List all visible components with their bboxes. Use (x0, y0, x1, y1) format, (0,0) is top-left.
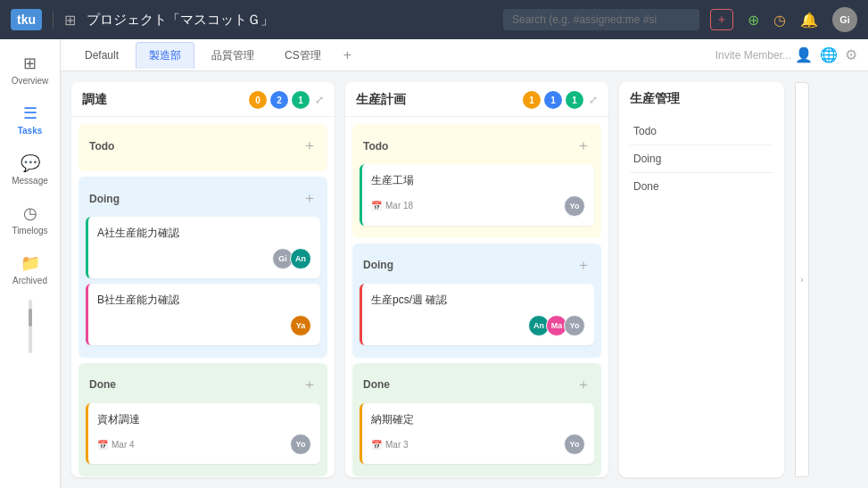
column-seisan-keikaku-header: 生産計画 1 1 1 ⤢ (345, 82, 608, 117)
section-sk-done-title: Done (363, 378, 390, 391)
sidebar-label-archived: Archived (12, 276, 47, 285)
settings-icon[interactable]: ⚙ (845, 46, 857, 63)
section-sk-done-header: Done ＋ (360, 370, 594, 400)
section-chotatsu-doing-title: Doing (89, 193, 120, 205)
avatar-ya: Ya (290, 315, 311, 336)
person-icon[interactable]: 👤 (795, 46, 813, 63)
card-a-sha[interactable]: A社生産能力確認 Gi An (86, 217, 320, 278)
card-seisan-pcs[interactable]: 生産pcs/週 確認 An Ma Yo (360, 284, 594, 345)
section-sk-done: Done ＋ 納期確定 📅 Mar 3 Yo (352, 363, 601, 477)
section-chotatsu-doing-add[interactable]: ＋ (302, 189, 317, 208)
card-shizai-title: 資材調達 (97, 412, 311, 427)
section-sk-doing: Doing ＋ 生産pcs/週 確認 An Ma Yo (352, 244, 601, 358)
section-chotatsu-done-add[interactable]: ＋ (302, 376, 317, 394)
section-chotatsu-doing: Doing ＋ A社生産能力確認 Gi An (79, 177, 327, 358)
sidebar-item-archived[interactable]: 📁 Archived (4, 246, 57, 293)
card-noki[interactable]: 納期確定 📅 Mar 3 Yo (360, 403, 594, 465)
tab-cs[interactable]: CS管理 (271, 42, 335, 69)
app-logo: tku (11, 9, 42, 30)
column-seisan-keikaku-badges: 1 1 1 (523, 91, 583, 109)
expand-chotatsu-icon[interactable]: ⤢ (315, 94, 324, 106)
card-seisan-koujou-footer: 📅 Mar 18 Yo (371, 195, 585, 217)
avatar-yo-sk: Yo (564, 195, 585, 217)
sidebar-item-tasks[interactable]: ☰ Tasks (4, 96, 57, 143)
card-shizai[interactable]: 資材調達 📅 Mar 4 Yo (86, 403, 320, 465)
tab-add-button[interactable]: + (338, 45, 357, 65)
card-b-sha-footer: Ya (97, 315, 311, 336)
topbar-divider (53, 11, 54, 29)
section-chotatsu-todo-header: Todo ＋ (86, 131, 320, 161)
add-icon[interactable]: ＋ (710, 9, 733, 30)
section-chotatsu-done-header: Done ＋ (86, 370, 320, 400)
section-chotatsu-done: Done ＋ 資材調達 📅 Mar 4 Yo (79, 363, 327, 477)
search-input[interactable] (503, 9, 699, 30)
mini-section-todo[interactable]: Todo (630, 118, 773, 145)
sidebar-label-overview: Overview (12, 76, 49, 86)
invite-member-button[interactable]: Invite Member... (715, 49, 791, 62)
avatar-an: An (290, 248, 311, 269)
card-seisan-pcs-footer: An Ma Yo (371, 315, 585, 336)
sidebar-item-message[interactable]: 💬 Message (4, 146, 57, 193)
tab-action-icons: 👤 🌐 ⚙ (795, 46, 857, 63)
sidebar-item-timelogs[interactable]: ◷ Timelogs (4, 196, 57, 243)
user-avatar[interactable]: Gi (832, 7, 857, 32)
card-b-sha[interactable]: B社生産能力確認 Ya (86, 284, 320, 345)
card-shizai-date: 📅 Mar 4 (97, 440, 135, 450)
life-icon[interactable]: ⊕ (748, 12, 759, 29)
column-chotatsu-title: 調達 (82, 92, 244, 108)
column-seisan-keikaku-title: 生産計画 (356, 92, 517, 108)
mini-section-doing[interactable]: Doing (630, 145, 773, 173)
badge-2: 1 (292, 91, 310, 109)
card-noki-title: 納期確定 (371, 412, 585, 427)
globe-icon[interactable]: 🌐 (820, 46, 838, 63)
badge-1: 2 (270, 91, 288, 109)
calendar-icon-sk: 📅 (371, 201, 382, 211)
clock-icon[interactable]: ◷ (773, 12, 786, 29)
column-chotatsu-badges: 0 2 1 (249, 91, 310, 109)
collapse-handle[interactable]: › (795, 82, 809, 477)
column-chotatsu-header: 調達 0 2 1 ⤢ (71, 82, 335, 117)
chevron-right-icon: › (800, 275, 803, 285)
section-chotatsu-todo: Todo ＋ (79, 124, 327, 171)
section-chotatsu-doing-header: Doing ＋ (86, 184, 320, 213)
section-sk-doing-header: Doing ＋ (360, 251, 594, 280)
column-seisan-kanri-title: 生産管理 (630, 91, 773, 107)
section-chotatsu-todo-add[interactable]: ＋ (302, 136, 317, 155)
section-sk-doing-add[interactable]: ＋ (576, 256, 591, 275)
section-sk-todo-add[interactable]: ＋ (576, 136, 591, 155)
card-a-sha-footer: Gi An (97, 248, 311, 269)
tab-seizobu[interactable]: 製造部 (136, 42, 194, 69)
message-icon: 💬 (21, 153, 40, 173)
expand-seisan-icon[interactable]: ⤢ (589, 94, 598, 106)
card-shizai-footer: 📅 Mar 4 Yo (97, 434, 311, 455)
bell-icon[interactable]: 🔔 (800, 12, 818, 29)
card-seisan-koujou[interactable]: 生産工場 📅 Mar 18 Yo (360, 164, 594, 226)
card-noki-avatars: Yo (564, 434, 585, 455)
overview-icon: ⊞ (23, 54, 37, 73)
section-sk-done-add[interactable]: ＋ (576, 376, 591, 394)
tabbar: Default 製造部 品質管理 CS管理 + Invite Member...… (61, 39, 868, 71)
tasks-icon: ☰ (23, 103, 37, 123)
mini-section-done[interactable]: Done (630, 173, 773, 200)
topbar-actions: ＋ ⊕ ◷ 🔔 Gi (710, 7, 857, 32)
card-shizai-avatars: Yo (290, 434, 311, 455)
card-b-sha-avatars: Ya (290, 315, 311, 336)
badge-sk-1: 1 (544, 91, 562, 109)
timelogs-icon: ◷ (23, 203, 37, 223)
card-seisan-pcs-avatars: An Ma Yo (528, 315, 585, 336)
card-seisan-koujou-avatars: Yo (564, 195, 585, 217)
project-title: プロジェクト「マスコットＧ」 (87, 12, 492, 29)
grid-icon: ⊞ (64, 12, 76, 29)
tab-default[interactable]: Default (71, 43, 132, 67)
column-seisan-kanri: 生産管理 Todo Doing Done (619, 82, 784, 477)
badge-0: 0 (249, 91, 267, 109)
sidebar-scrollbar[interactable] (29, 300, 32, 353)
card-a-sha-title: A社生産能力確認 (97, 226, 311, 241)
tab-hinshitsu[interactable]: 品質管理 (198, 42, 268, 69)
card-seisan-pcs-title: 生産pcs/週 確認 (371, 293, 585, 308)
card-seisan-koujou-date: 📅 Mar 18 (371, 201, 413, 211)
column-seisan-keikaku: 生産計画 1 1 1 ⤢ Todo ＋ (345, 82, 608, 477)
sidebar-item-overview[interactable]: ⊞ Overview (4, 46, 57, 93)
calendar-icon: 📅 (97, 440, 108, 450)
archived-icon: 📁 (21, 253, 40, 273)
